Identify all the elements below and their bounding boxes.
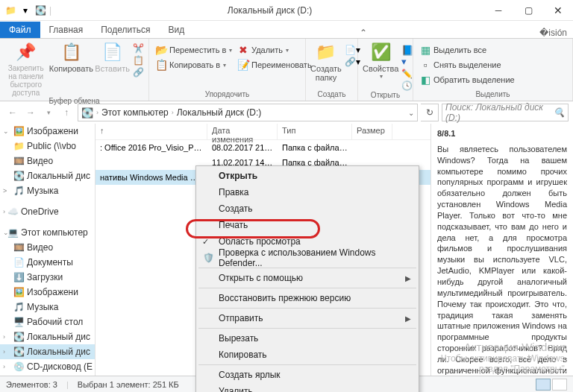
ribbon-group-caption: Упорядочить [154, 90, 301, 100]
ctx-create[interactable]: Создать [198, 200, 417, 217]
music-icon: 🎵 [13, 186, 24, 196]
cut-icon[interactable]: ✂️ [133, 43, 144, 54]
nav-item: ⬇️Загрузки [0, 270, 95, 285]
address-dropdown-icon[interactable]: ⌄ [408, 109, 414, 117]
col-type: Тип [278, 124, 352, 139]
refresh-button[interactable]: ↻ [421, 104, 439, 121]
breadcrumb-item[interactable]: Этот компьютер [101, 107, 169, 118]
maximize-button[interactable]: ▢ [513, 0, 543, 21]
dropdown-icon[interactable]: ▾ [19, 4, 31, 16]
status-count: Элементов: 3 [6, 380, 57, 389]
address-bar[interactable]: 💽 › Этот компьютер › Локальный диск (D:)… [78, 104, 418, 121]
collapse-ribbon-icon[interactable]: ⌃ [354, 28, 373, 38]
paste-button[interactable]: 📄 Вставить [95, 40, 130, 97]
new-folder-icon: 📁 [316, 42, 336, 63]
open-icon[interactable]: 📘▾ [401, 45, 413, 67]
drive-icon: 💽 [34, 4, 46, 16]
ctx-delete[interactable]: Удалить [198, 383, 417, 392]
properties-button[interactable]: ✅Свойства▾ [363, 40, 398, 91]
drive-icon: 💽 [13, 332, 24, 342]
view-switcher[interactable] [536, 379, 567, 391]
window-title: Локальный диск (D:) [56, 5, 483, 16]
close-button[interactable]: ✕ [543, 0, 573, 21]
titlebar: 📁 ▾ 💽 | Локальный диск (D:) ─ ▢ ✕ [0, 0, 573, 21]
nav-thispc[interactable]: ⌄💻Этот компьютер [0, 225, 95, 240]
details-view-button[interactable] [536, 379, 551, 391]
ctx-cut[interactable]: Вырезать [198, 330, 417, 347]
pictures-icon: 🖼️ [13, 126, 24, 136]
pin-icon: 📌 [16, 42, 37, 63]
ribbon-group-caption: Выделить [418, 90, 568, 100]
nav-item: 📁Public (\\vbo [0, 139, 95, 154]
invert-selection-button[interactable]: ◧Обратить выделение [418, 73, 568, 86]
nav-item: 🖥️Рабочий стол [0, 314, 95, 329]
ctx-defender[interactable]: 🛡️Проверка с использованием Windows Defe… [198, 250, 417, 266]
ctx-restore[interactable]: Восстановить прежнюю версию [198, 290, 417, 306]
forward-button[interactable]: → [22, 104, 39, 121]
up-button[interactable]: ↑ [58, 104, 75, 121]
back-button[interactable]: ← [4, 104, 21, 121]
tab-share[interactable]: Поделиться [92, 22, 159, 38]
search-input[interactable]: Поиск: Локальный диск (D:) 🔍 [442, 104, 569, 121]
nav-item: ⌄🖼️Изображени [0, 124, 95, 139]
status-selection: Выбран 1 элемент: 251 КБ [78, 380, 179, 389]
move-icon: 📂 [155, 44, 167, 56]
submenu-arrow-icon: ▶ [405, 314, 411, 323]
tab-home[interactable]: Главная [40, 22, 93, 38]
search-icon: 🔍 [554, 107, 565, 118]
edit-icon[interactable]: ✏️ [401, 69, 413, 79]
address-row: ← → ▾ ↑ 💽 › Этот компьютер › Локальный д… [0, 101, 573, 124]
ctx-send-to[interactable]: Отправить▶ [198, 310, 417, 326]
downloads-icon: ⬇️ [13, 272, 24, 282]
copy-button[interactable]: 📋 Копировать [50, 40, 92, 97]
nav-tree[interactable]: ⌄🖼️Изображени 📁Public (\\vbo 🎞️Видео 💽Ло… [0, 124, 96, 376]
nav-item: 🎞️Видео [0, 154, 95, 168]
nav-onedrive[interactable]: ›☁️OneDrive [0, 204, 95, 219]
tab-view[interactable]: Вид [159, 22, 193, 38]
music-icon: 🎵 [13, 302, 24, 312]
ctx-print[interactable]: Печать [198, 217, 417, 233]
minimize-button[interactable]: ─ [483, 0, 513, 21]
ribbon: 📌 Закрепить на панели быстрого доступа 📋… [0, 39, 573, 101]
copy-path-icon[interactable]: 📋 [133, 55, 144, 66]
ctx-open-with[interactable]: Открыть с помощью▶ [198, 270, 417, 286]
recent-button[interactable]: ▾ [40, 104, 57, 121]
new-folder-button[interactable]: 📁Создать папку [310, 40, 342, 82]
pin-button[interactable]: 📌 Закрепить на панели быстрого доступа [4, 40, 47, 97]
select-all-button[interactable]: ▦Выделить все [418, 43, 568, 57]
drive-icon: 💽 [13, 347, 24, 357]
tab-file[interactable]: Файл [0, 22, 40, 38]
paste-icon: 📄 [102, 42, 123, 63]
col-name: ↑ [96, 124, 207, 139]
nav-item: >🎵Музыка [0, 183, 95, 198]
video-icon: 🎞️ [13, 242, 24, 253]
column-headers[interactable]: ↑ Дата изменения Тип Размер [96, 124, 430, 140]
nav-item: 🎞️Видео [0, 240, 95, 255]
ctx-open[interactable]: Открыть [198, 168, 417, 184]
paste-shortcut-icon[interactable]: 🔗 [133, 67, 144, 78]
rename-button[interactable]: 📝Переименовать [236, 58, 313, 72]
submenu-arrow-icon: ▶ [405, 274, 411, 282]
preview-header: 8/8.1 [437, 128, 567, 139]
ctx-edit[interactable]: Правка [198, 184, 417, 200]
context-menu: Открыть Правка Создать Печать ✓Область п… [195, 165, 419, 392]
icons-view-button[interactable] [552, 379, 567, 391]
list-item[interactable]: : Office 2016 Pro_Visio_Project08.02.201… [96, 140, 430, 155]
ctx-copy[interactable]: Копировать [198, 347, 417, 363]
onedrive-icon: ☁️ [7, 206, 18, 217]
select-none-button[interactable]: ▫Снять выделение [418, 58, 568, 72]
folder-icon: 📁 [13, 141, 24, 151]
select-all-icon: ▦ [419, 44, 431, 56]
watermark: Активация Windows Чтобы активировать Win… [441, 341, 567, 374]
delete-button[interactable]: ✖Удалить▾ [236, 43, 313, 57]
breadcrumb-item[interactable]: Локальный диск (D:) [177, 107, 262, 118]
col-date: Дата изменения [207, 124, 278, 139]
preview-pane: 8/8.1 Вы являетесь пользователем Windows… [431, 124, 573, 376]
help-icon[interactable]: �isión [533, 28, 573, 38]
documents-icon: 📄 [13, 257, 24, 268]
ctx-shortcut[interactable]: Создать ярлык [198, 367, 417, 383]
nav-item: 📄Документы [0, 255, 95, 270]
copy-icon: 📋 [60, 42, 81, 63]
history-icon[interactable]: 🕓 [401, 80, 413, 91]
shield-icon: 🛡️ [202, 252, 214, 264]
